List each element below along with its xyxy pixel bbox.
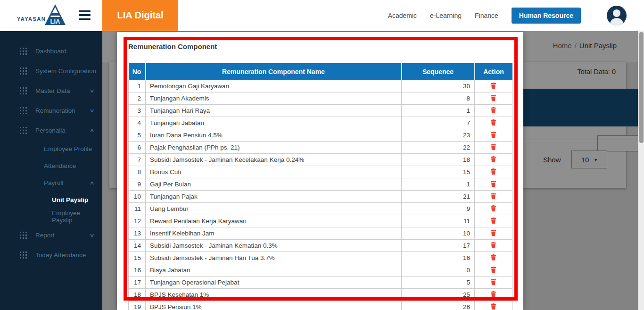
row-sequence: 1: [402, 178, 475, 191]
trash-icon[interactable]: [490, 278, 496, 285]
trash-icon[interactable]: [490, 217, 496, 224]
trash-icon[interactable]: [490, 205, 496, 212]
sidebar-item-label: System Configuration: [35, 67, 96, 75]
row-component-name: Tunjangan Akademis: [146, 92, 402, 105]
table-row: 6Pajak Penghasilan (PPh ps. 21)22: [129, 142, 512, 154]
sidebar-item-label: Payroll: [44, 179, 63, 186]
sidebar-item-today-attendance[interactable]: Today Attendance: [0, 245, 102, 265]
sidebar-item-dashboard[interactable]: Dashboard: [0, 41, 102, 61]
trash-icon[interactable]: [490, 180, 496, 187]
sidebar-item-label: Today Attendance: [35, 251, 86, 259]
row-component-name: Tunjangan Hari Raya: [146, 105, 402, 117]
sidebar-item-system-configuration[interactable]: System Configuration: [0, 61, 102, 81]
row-sequence: 10: [402, 227, 475, 240]
remuneration-component-table: No Remuneration Component Name Sequence …: [128, 63, 512, 310]
table-row: 17Tunjangan Operasional Pejabat5: [129, 276, 512, 289]
grid-dots-icon: [20, 67, 27, 75]
row-action-cell: [475, 80, 512, 92]
row-action-cell: [475, 227, 512, 240]
row-sequence: 30: [402, 80, 475, 92]
trash-icon[interactable]: [490, 303, 496, 310]
chevron-down-icon: ∨: [89, 88, 94, 94]
nav-e-learning[interactable]: e-Learning: [430, 12, 462, 19]
scrollbar-thumb[interactable]: [639, 32, 644, 143]
yayasan-lia-logo[interactable]: YAYASAN LIA: [17, 3, 66, 27]
col-header-no: No: [129, 63, 146, 80]
trash-icon[interactable]: [490, 291, 496, 298]
row-no: 13: [129, 227, 146, 240]
scrollbar-track[interactable]: [638, 31, 644, 310]
trash-icon[interactable]: [490, 193, 496, 200]
row-component-name: Gaji Per Bulan: [146, 178, 402, 191]
row-action-cell: [475, 203, 512, 215]
table-row: 16Biaya Jabatan0: [129, 264, 512, 276]
sidebar-item-label: Report: [35, 232, 55, 239]
trash-icon[interactable]: [490, 143, 496, 151]
sidebar-item-label: Unit Payslip: [52, 196, 88, 203]
row-no: 9: [129, 178, 146, 191]
trash-icon[interactable]: [490, 254, 496, 261]
trash-icon[interactable]: [490, 156, 496, 163]
table-row: 5Iuran Dana Pensiun 4.5%23: [129, 129, 512, 142]
trash-icon[interactable]: [490, 94, 496, 101]
trash-icon[interactable]: [490, 168, 496, 175]
sidebar-item-personalia[interactable]: Personalia∧: [0, 120, 102, 140]
row-sequence: 11: [402, 215, 475, 227]
table-row: 12Reward Penilaian Kerja Karyawan11: [129, 215, 512, 227]
row-component-name: Tunjangan Pajak: [146, 191, 402, 203]
sidebar-item-employee-payslip[interactable]: Employee Payslip: [0, 208, 102, 225]
trash-icon[interactable]: [490, 107, 496, 114]
row-no: 12: [129, 215, 146, 227]
table-row: 18BPJS Kesehatan 1%25: [129, 289, 512, 301]
row-sequence: 15: [402, 166, 475, 178]
row-component-name: BPJS Kesehatan 1%: [146, 289, 402, 301]
row-action-cell: [475, 154, 512, 166]
sidebar-item-unit-payslip[interactable]: Unit Payslip: [0, 191, 102, 208]
sidebar-item-label: Attendance: [44, 162, 76, 169]
row-no: 7: [129, 154, 146, 166]
nav-academic[interactable]: Academic: [388, 12, 417, 19]
modal-title: Remuneration Component: [128, 42, 217, 50]
row-component-name: Pajak Penghasilan (PPh ps. 21): [146, 142, 402, 154]
table-row: 4Tunjangan Jabatan7: [129, 117, 512, 129]
row-action-cell: [475, 178, 512, 191]
hamburger-menu-icon[interactable]: [79, 10, 91, 20]
chevron-down-icon: ∨: [89, 232, 94, 238]
table-row: 8Bonus Cuti15: [129, 166, 512, 178]
row-no: 18: [129, 289, 146, 301]
row-no: 2: [129, 92, 146, 105]
app-title[interactable]: LIA Digital: [102, 0, 178, 31]
sidebar-item-master-data[interactable]: Master Data∨: [0, 81, 102, 101]
sidebar-item-employee-profile[interactable]: Employee Profile: [0, 140, 102, 157]
sidebar-item-label: Employee Payslip: [52, 209, 102, 224]
row-action-cell: [475, 191, 512, 203]
col-header-sequence: Sequence: [402, 63, 475, 80]
row-sequence: 9: [402, 203, 475, 215]
row-sequence: 26: [402, 301, 475, 310]
trash-icon[interactable]: [490, 266, 496, 273]
row-no: 17: [129, 276, 146, 289]
nav-finance[interactable]: Finance: [475, 12, 498, 19]
user-avatar-icon[interactable]: [606, 5, 627, 26]
sidebar-item-report[interactable]: Report∨: [0, 225, 102, 245]
row-no: 16: [129, 264, 146, 276]
table-row: 7Subsidi Jamsostek - Jaminan Kecelakaan …: [129, 154, 512, 166]
trash-icon[interactable]: [490, 119, 496, 126]
sidebar-item-payroll[interactable]: Payroll∧: [0, 174, 102, 191]
row-action-cell: [475, 289, 512, 301]
grid-dots-icon: [20, 232, 27, 239]
sidebar-item-attendance[interactable]: Attendance: [0, 157, 102, 174]
row-no: 11: [129, 203, 146, 215]
row-component-name: BPJS Pensiun 1%: [146, 301, 402, 310]
trash-icon[interactable]: [490, 229, 496, 236]
table-row: 15Subsidi Jamsostek - Jaminan Hari Tua 3…: [129, 252, 512, 264]
human-resource-button[interactable]: Human Resource: [512, 8, 581, 24]
trash-icon[interactable]: [490, 131, 496, 138]
row-action-cell: [475, 240, 512, 252]
trash-icon[interactable]: [490, 242, 496, 249]
row-action-cell: [475, 142, 512, 154]
sidebar-item-label: Master Data: [35, 87, 70, 94]
sidebar-item-remuneration[interactable]: Remuneration∨: [0, 101, 102, 120]
row-sequence: 7: [402, 117, 475, 129]
trash-icon[interactable]: [490, 82, 496, 89]
